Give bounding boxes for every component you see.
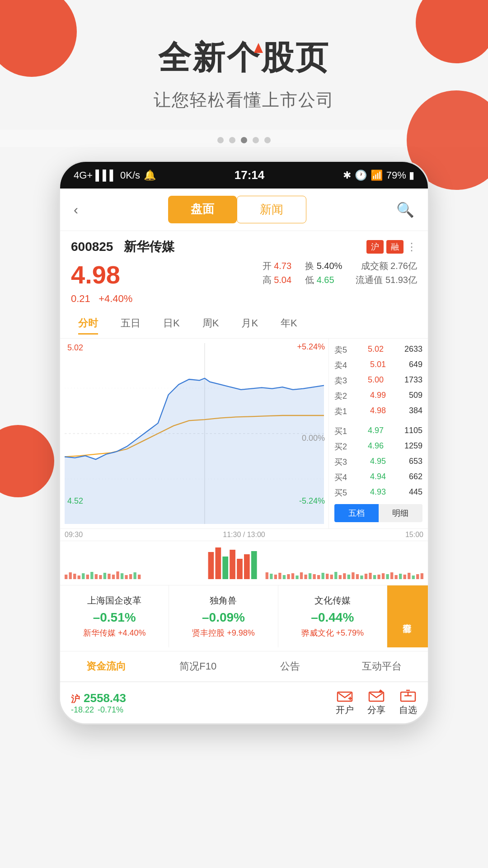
tab-panmian[interactable]: 盘面: [168, 196, 237, 223]
change-pct: +4.40%: [99, 293, 132, 304]
svg-rect-30: [266, 572, 268, 579]
tab-jkf10[interactable]: 简况F10: [152, 651, 244, 681]
action-watchlist[interactable]: 自选: [399, 689, 417, 716]
dot-3: [241, 137, 247, 143]
change-amount: 0.21: [71, 293, 90, 304]
buy-row-1: 买1 4.97 1105: [334, 424, 422, 439]
svg-rect-23: [208, 552, 214, 579]
stock-price: 4.98: [71, 260, 120, 289]
tab-zjlx[interactable]: 资金流向: [60, 651, 152, 681]
buy5-price: 4.93: [370, 487, 386, 498]
svg-rect-27: [237, 559, 243, 579]
signal-info: 4G+ ▌▌▌: [74, 170, 117, 181]
svg-rect-52: [360, 576, 363, 579]
buy2-price: 4.96: [368, 441, 384, 452]
time-mid: 11:30 / 13:00: [223, 531, 265, 539]
time-start: 09:30: [65, 531, 83, 539]
footer-change: -18.22: [71, 705, 94, 715]
buy2-label: 买2: [334, 441, 347, 452]
more-icon[interactable]: ⋮: [406, 241, 417, 253]
concept-item-2[interactable]: 独角兽 –0.09% 贤丰控股 +9.98%: [169, 585, 278, 647]
chart-tab-wuri[interactable]: 五日: [112, 313, 150, 334]
svg-rect-35: [287, 574, 290, 579]
stock-header: 600825 新华传媒 沪 融 ⋮ 4.98 0.21: [60, 231, 428, 308]
stock-price-row: 4.98: [71, 260, 132, 289]
open-account-icon: [337, 689, 353, 702]
tab-xinwen[interactable]: 新闻: [237, 196, 306, 223]
buy3-price: 4.95: [370, 457, 386, 467]
chart-tab-rik[interactable]: 日K: [154, 313, 189, 334]
sell-row-2: 卖2 4.99 509: [334, 388, 422, 404]
svg-rect-36: [291, 573, 294, 579]
detail-button[interactable]: 明细: [379, 504, 423, 522]
svg-rect-33: [278, 573, 281, 579]
nav-tabs: 盘面 新闻: [168, 196, 306, 223]
dot-1: [217, 137, 224, 143]
chart-minus-pct: -5.24%: [299, 496, 325, 506]
svg-rect-28: [244, 554, 250, 579]
footer-actions: 开户 分享: [336, 689, 417, 716]
tab-gonggao[interactable]: 公告: [244, 651, 336, 681]
concept-1-pct: –0.51%: [67, 610, 161, 625]
svg-rect-40: [309, 573, 311, 579]
phone-mockup: 4G+ ▌▌▌ 0K/s 🔔 17:14 ✱ 🕐 📶 79% ▮ ‹ 盘面 新闻…: [59, 160, 429, 725]
svg-rect-55: [373, 575, 376, 579]
concept-item-3[interactable]: 文化传媒 –0.44% 骅威文化 +5.79%: [278, 585, 387, 647]
chart-left: 5.02 +5.24% 0.00% -5.24% 4.52: [60, 339, 328, 528]
clock-icon: 🕐: [355, 170, 367, 181]
chart-svg: [65, 343, 324, 524]
time-end: 15:00: [405, 531, 423, 539]
svg-rect-20: [129, 574, 132, 579]
status-bar: 4G+ ▌▌▌ 0K/s 🔔 17:14 ✱ 🕐 📶 79% ▮: [60, 162, 428, 189]
svg-rect-60: [394, 575, 397, 579]
tab-hudong[interactable]: 互动平台: [336, 651, 428, 681]
action-share[interactable]: 分享: [367, 689, 385, 716]
svg-rect-24: [215, 547, 221, 579]
sell1-price: 4.98: [370, 406, 386, 417]
svg-rect-58: [386, 574, 389, 579]
badge-shanghai: 沪: [366, 240, 384, 254]
back-button[interactable]: ‹: [74, 202, 78, 217]
chart-tab-niank[interactable]: 年K: [272, 313, 306, 334]
svg-rect-49: [347, 575, 350, 579]
footer-index-info: 沪 2558.43 -18.22 -0.71%: [71, 691, 336, 715]
svg-rect-13: [99, 575, 102, 579]
hero-title: 全新个股页: [158, 36, 330, 80]
svg-rect-63: [408, 573, 410, 579]
chart-tab-fenshi[interactable]: 分时: [69, 313, 107, 334]
svg-rect-15: [108, 574, 110, 579]
dot-2: [229, 137, 235, 143]
buy5-label: 买5: [334, 487, 347, 498]
search-icon[interactable]: 🔍: [396, 201, 414, 218]
status-time: 17:14: [235, 168, 265, 182]
action-open-account[interactable]: 开户: [336, 689, 354, 716]
bluetooth-icon: ✱: [343, 170, 351, 181]
buy3-label: 买3: [334, 457, 347, 467]
成交额-label: 成交额 2.76亿: [356, 260, 417, 272]
svg-rect-26: [230, 550, 235, 579]
stock-meta: 开 4.73 高 5.04 换 5.40% 低 4.65 成交额 2.76亿 流…: [263, 260, 417, 286]
svg-rect-18: [121, 573, 123, 579]
svg-rect-53: [365, 574, 367, 579]
stock-zh-name: 新华传媒: [124, 240, 174, 254]
buy-row-3: 买3 4.95 653: [334, 454, 422, 470]
sell5-qty: 2633: [404, 344, 422, 355]
sell-row-3: 卖3 5.00 1733: [334, 373, 422, 388]
svg-rect-11: [90, 572, 93, 579]
five-tier-button[interactable]: 五档: [334, 504, 379, 522]
concept-item-1[interactable]: 上海国企改革 –0.51% 新华传媒 +4.40%: [60, 585, 169, 647]
chart-tab-yuek[interactable]: 月K: [232, 313, 267, 334]
sell4-price: 5.01: [370, 360, 386, 371]
buy1-label: 买1: [334, 426, 347, 437]
svg-rect-34: [283, 575, 286, 579]
sell2-price: 4.99: [370, 391, 386, 401]
chart-tab-zhouk[interactable]: 周K: [193, 313, 228, 334]
sell3-price: 5.00: [368, 375, 384, 386]
view-all-button[interactable]: 查看全部: [387, 585, 428, 647]
tier-buttons: 五档 明细: [334, 504, 422, 522]
book-divider: [334, 419, 422, 424]
bell-icon: 🔔: [144, 170, 156, 181]
accent-char: 个: [227, 39, 261, 75]
sell2-qty: 509: [409, 391, 422, 401]
svg-rect-39: [304, 575, 307, 579]
